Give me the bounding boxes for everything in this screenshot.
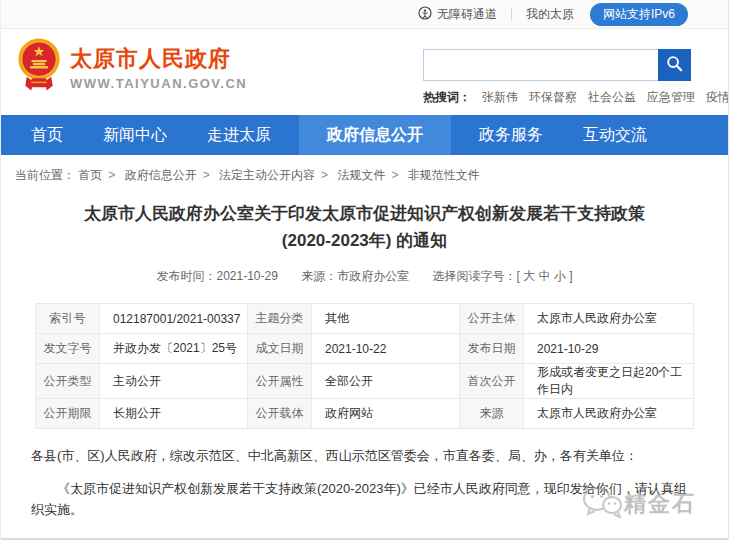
breadcrumb-separator: > — [391, 168, 398, 182]
hotword-link[interactable]: 环保督察 — [529, 90, 577, 104]
table-row: 索引号 012187001/2021-00337 主题分类 其他 公开主体 太原… — [36, 304, 694, 334]
hot-search-words: 热搜词：张新伟环保督察社会公益应急管理疫情防控营商环境天气预报 — [423, 89, 729, 106]
info-label: 首次公开 — [460, 364, 524, 399]
info-label: 公开载体 — [248, 399, 312, 429]
info-label: 发文字号 — [36, 334, 100, 364]
ipv6-badge[interactable]: 网站支持IPv6 — [590, 3, 688, 26]
info-label: 公开属性 — [248, 364, 312, 399]
hotword-link[interactable]: 社会公益 — [588, 90, 636, 104]
nav-item-home[interactable]: 首页 — [19, 115, 75, 155]
site-url: WWW.TAIYUAN.GOV.CN — [70, 76, 247, 91]
breadcrumb-separator: > — [203, 168, 210, 182]
fontsize-label: 选择阅读字号： — [433, 269, 517, 283]
info-label: 发布日期 — [460, 334, 524, 364]
hotword-link[interactable]: 张新伟 — [482, 90, 518, 104]
breadcrumb: 当前位置： 首页> 政府信息公开> 法定主动公开内容> 法规文件> 非规范性文件 — [1, 155, 728, 184]
info-label: 来源 — [460, 399, 524, 429]
search-area: 热搜词：张新伟环保督察社会公益应急管理疫情防控营商环境天气预报 — [423, 49, 729, 106]
hotwords-label: 热搜词： — [423, 90, 471, 104]
info-label: 公开类型 — [36, 364, 100, 399]
my-taiyuan-label: 我的太原 — [526, 6, 574, 23]
breadcrumb-item[interactable]: 政府信息公开 — [125, 168, 197, 182]
info-value: 太原市人民政府办公室 — [524, 399, 694, 429]
breadcrumb-prefix: 当前位置： — [15, 168, 75, 182]
info-label: 主题分类 — [248, 304, 312, 334]
document-body: 各县(市、区)人民政府，综改示范区、中北高新区、西山示范区管委会，市直各委、局、… — [31, 445, 698, 520]
hotword-link[interactable]: 应急管理 — [647, 90, 695, 104]
table-row: 公开期限 长期公开 公开载体 政府网站 来源 太原市人民政府办公室 — [36, 399, 694, 429]
info-value: 012187001/2021-00337 — [100, 304, 248, 334]
accessibility-link[interactable]: 无障碍通道 — [418, 6, 497, 23]
breadcrumb-separator: > — [321, 168, 328, 182]
info-label: 索引号 — [36, 304, 100, 334]
site-name: 太原市人民政府 — [70, 46, 247, 72]
info-value: 主动公开 — [100, 364, 248, 399]
publish-time: 发布时间：2021-10-29 — [156, 269, 277, 283]
search-icon — [666, 55, 683, 75]
document-source: 来源：市政府办公室 — [301, 269, 409, 283]
hotword-link[interactable]: 疫情防控 — [706, 90, 729, 104]
info-value: 2021-10-22 — [312, 334, 460, 364]
breadcrumb-item[interactable]: 法规文件 — [337, 168, 385, 182]
info-value: 其他 — [312, 304, 460, 334]
site-header: 太原市人民政府 WWW.TAIYUAN.GOV.CN 热搜词：张新伟环保督察社会… — [1, 29, 728, 115]
document-title-line2: (2020-2023年) 的通知 — [1, 227, 728, 254]
my-taiyuan-link[interactable]: 我的太原 — [526, 6, 574, 23]
nav-item-gov-services[interactable]: 政务服务 — [467, 115, 555, 155]
table-row: 发文字号 并政办发〔2021〕25号 成文日期 2021-10-22 发布日期 … — [36, 334, 694, 364]
main-nav: 首页 新闻中心 走进太原 政府信息公开 政务服务 互动交流 — [1, 115, 728, 155]
document-info-table: 索引号 012187001/2021-00337 主题分类 其他 公开主体 太原… — [35, 303, 694, 429]
accessibility-label: 无障碍通道 — [437, 6, 497, 23]
search-button[interactable] — [658, 49, 691, 81]
site-logo[interactable]: 太原市人民政府 WWW.TAIYUAN.GOV.CN — [16, 37, 247, 99]
info-value: 全部公开 — [312, 364, 460, 399]
body-paragraph-2: 《太原市促进知识产权创新发展若干支持政策(2020-2023年)》已经市人民政府… — [31, 478, 698, 520]
nav-item-about-taiyuan[interactable]: 走进太原 — [195, 115, 283, 155]
info-value: 形成或者变更之日起20个工作日内 — [524, 364, 694, 399]
national-emblem-icon — [16, 37, 62, 99]
fontsize-options[interactable]: [ 大 中 小 ] — [517, 269, 573, 283]
nav-item-news[interactable]: 新闻中心 — [91, 115, 179, 155]
topbar-divider — [511, 8, 512, 20]
logo-text: 太原市人民政府 WWW.TAIYUAN.GOV.CN — [70, 46, 247, 91]
info-label: 成文日期 — [248, 334, 312, 364]
info-label: 公开期限 — [36, 399, 100, 429]
accessibility-icon — [418, 6, 432, 23]
breadcrumb-item[interactable]: 首页 — [78, 168, 102, 182]
info-value: 政府网站 — [312, 399, 460, 429]
info-label: 公开主体 — [460, 304, 524, 334]
info-value: 太原市人民政府办公室 — [524, 304, 694, 334]
document-title: 太原市人民政府办公室关于印发太原市促进知识产权创新发展若干支持政策 (2020-… — [1, 200, 728, 254]
table-row: 公开类型 主动公开 公开属性 全部公开 首次公开 形成或者变更之日起20个工作日… — [36, 364, 694, 399]
breadcrumb-item[interactable]: 法定主动公开内容 — [219, 168, 315, 182]
document-meta: 发布时间：2021-10-29 来源：市政府办公室 选择阅读字号：[ 大 中 小… — [1, 268, 728, 285]
document-title-line1: 太原市人民政府办公室关于印发太原市促进知识产权创新发展若干支持政策 — [1, 200, 728, 227]
top-utility-bar: 无障碍通道 我的太原 网站支持IPv6 — [1, 0, 728, 29]
body-paragraph-1: 各县(市、区)人民政府，综改示范区、中北高新区、西山示范区管委会，市直各委、局、… — [31, 445, 698, 466]
search-input[interactable] — [423, 49, 658, 81]
info-value: 长期公开 — [100, 399, 248, 429]
breadcrumb-item[interactable]: 非规范性文件 — [408, 168, 480, 182]
nav-item-interaction[interactable]: 互动交流 — [571, 115, 659, 155]
info-value: 2021-10-29 — [524, 334, 694, 364]
info-value: 并政办发〔2021〕25号 — [100, 334, 248, 364]
breadcrumb-separator: > — [108, 168, 115, 182]
nav-item-gov-info-disclosure[interactable]: 政府信息公开 — [299, 115, 451, 155]
